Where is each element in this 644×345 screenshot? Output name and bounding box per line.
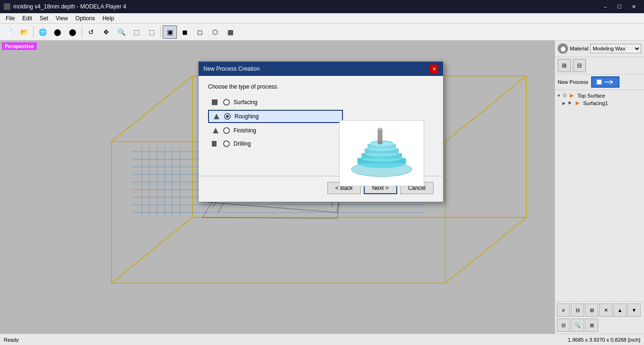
- roughing-icon-svg: [213, 113, 220, 120]
- svg-marker-31: [214, 114, 219, 119]
- toolbar-sel1[interactable]: ⬚: [129, 25, 143, 39]
- dialog-title: New Process Creation: [203, 66, 259, 72]
- panel-icon-row: ⊞ ⊟: [555, 57, 644, 74]
- svg-marker-0: [111, 217, 526, 283]
- titlebar-controls[interactable]: – ☐ ✕: [599, 0, 640, 13]
- drilling-option[interactable]: Drilling: [208, 138, 343, 149]
- maximize-button[interactable]: ☐: [613, 0, 626, 13]
- dimensions-text: 1.9685 x 3.9370 x 0.8268 [inch]: [568, 337, 640, 343]
- tree-child[interactable]: ▶ ■ ▶ Surfacing1: [557, 99, 642, 107]
- menu-file[interactable]: File: [2, 13, 18, 24]
- toolbar: 📄 📂 🌐 ⬤ ⬤ ↺ ✥ 🔍 ⬚ ⬚ ▣ ◼ ◻ ⬡ ▦: [0, 24, 644, 41]
- surfacing-label: Surfacing: [234, 99, 258, 106]
- status-text: Ready: [4, 337, 19, 343]
- bottom-btn-2[interactable]: ⊟: [571, 304, 584, 317]
- bottom-btn-3[interactable]: ⊞: [585, 304, 598, 317]
- app-icon: [4, 3, 10, 10]
- material-select[interactable]: Modeling Wax Foam Wood: [590, 44, 641, 53]
- process-preview: [339, 120, 424, 186]
- titlebar: molding v4_18mm depth - MODELA Player 4 …: [0, 0, 644, 13]
- roughing-option[interactable]: Roughing: [208, 110, 343, 123]
- toolbar-sphere2[interactable]: ⬤: [66, 25, 80, 39]
- right-panel: ⬤ Material Modeling Wax Foam Wood ⊞ ⊟ Ne…: [554, 41, 644, 334]
- tree-area: ▼ ⚙ ▶ Top Surface ▶ ■ ▶ Surfacing1: [555, 90, 644, 301]
- tree-child-icon1: ■: [568, 100, 575, 107]
- tree-icon-orange: ▶: [570, 92, 577, 99]
- menu-help[interactable]: Help: [99, 13, 118, 24]
- tree-icon-gear: ⚙: [562, 92, 569, 99]
- toolbar-view-front[interactable]: ◼: [178, 25, 192, 39]
- toolbar-rotate[interactable]: ↺: [84, 25, 98, 39]
- roughing-radio[interactable]: [224, 113, 231, 120]
- tree-expand-child[interactable]: ▶: [562, 101, 567, 106]
- toolbar-sep2: [82, 26, 82, 38]
- toolbar-view-top[interactable]: ⬡: [208, 25, 222, 39]
- titlebar-left: molding v4_18mm depth - MODELA Player 4: [4, 3, 126, 10]
- finishing-icon: [212, 127, 219, 134]
- dialog-body: Choose the type of process. Surfacing: [199, 76, 443, 170]
- material-selector-row: ⬤ Material Modeling Wax Foam Wood: [555, 41, 644, 57]
- toolbar-globe[interactable]: 🌐: [35, 25, 50, 39]
- menubar: File Edit Set View Options Help: [0, 13, 644, 24]
- tree-child-label: Surfacing1: [583, 100, 608, 106]
- svg-rect-27: [597, 80, 602, 84]
- bottom-btn-1[interactable]: ≡: [557, 304, 570, 317]
- toolbar-grid[interactable]: ▦: [223, 25, 237, 39]
- toolbar-pan[interactable]: ✥: [99, 25, 113, 39]
- new-process-icon: [596, 78, 615, 86]
- drilling-radio[interactable]: [223, 140, 230, 147]
- surfacing-option[interactable]: Surfacing: [208, 97, 343, 108]
- menu-edit[interactable]: Edit: [18, 13, 36, 24]
- bottom-btn-9[interactable]: ⊞: [585, 319, 598, 332]
- material-icon: ⬤: [558, 43, 568, 54]
- bottom-btn-6[interactable]: ▼: [627, 304, 641, 317]
- menu-options[interactable]: Options: [72, 13, 99, 24]
- toolbar-view-side[interactable]: ◻: [193, 25, 207, 39]
- new-process-button[interactable]: [591, 76, 619, 88]
- toolbar-sep3: [160, 26, 161, 38]
- svg-marker-32: [213, 128, 218, 133]
- dialog-instruction: Choose the type of process.: [208, 83, 434, 90]
- dialog-titlebar: New Process Creation ✕: [199, 62, 443, 76]
- bottom-btn-7[interactable]: ⊟: [557, 319, 570, 332]
- minimize-button[interactable]: –: [599, 0, 612, 13]
- svg-rect-44: [377, 129, 382, 143]
- dialog[interactable]: New Process Creation ✕ Choose the type o…: [198, 61, 443, 202]
- menu-set[interactable]: Set: [36, 13, 52, 24]
- finishing-option[interactable]: Finishing: [208, 125, 343, 136]
- surfacing-radio[interactable]: [223, 99, 230, 106]
- tree-root[interactable]: ▼ ⚙ ▶ Top Surface: [557, 92, 642, 99]
- toolbar-sphere[interactable]: ⬤: [50, 25, 65, 39]
- finishing-icon-svg: [212, 127, 219, 134]
- bottom-toolbar-2: ⊟ 🔍 ⊞: [557, 319, 642, 332]
- panel-icon-2[interactable]: ⊟: [573, 59, 586, 72]
- tree-expand-root[interactable]: ▼: [557, 93, 561, 98]
- finishing-label: Finishing: [234, 127, 256, 134]
- toolbar-open[interactable]: 📂: [17, 25, 31, 39]
- new-process-label: New Process: [558, 79, 588, 85]
- surfacing-icon: [212, 99, 219, 106]
- new-process-bar: New Process: [555, 74, 644, 90]
- tree-child-icon2: ▶: [576, 100, 582, 107]
- drilling-label: Drilling: [234, 140, 251, 147]
- bottom-btn-8[interactable]: 🔍: [571, 319, 584, 332]
- tree-root-label: Top Surface: [577, 93, 605, 99]
- menu-view[interactable]: View: [52, 13, 72, 24]
- toolbar-zoom[interactable]: 🔍: [114, 25, 128, 39]
- toolbar-new[interactable]: 📄: [2, 25, 16, 39]
- close-button[interactable]: ✕: [627, 0, 640, 13]
- statusbar: Ready 1.9685 x 3.9370 x 0.8268 [inch]: [0, 334, 644, 345]
- toolbar-sel2[interactable]: ⬚: [144, 25, 159, 39]
- toolbar-sep1: [33, 26, 33, 38]
- material-label: Material: [570, 46, 588, 51]
- drilling-icon: [212, 140, 219, 148]
- bottom-btn-4[interactable]: ✕: [599, 304, 612, 317]
- bottom-toolbar-1: ≡ ⊟ ⊞ ✕ ▲ ▼: [557, 304, 642, 317]
- bottom-btn-5[interactable]: ▲: [613, 304, 627, 317]
- toolbar-view-persp[interactable]: ▣: [163, 25, 177, 39]
- finishing-radio[interactable]: [223, 127, 230, 134]
- process-options: Surfacing Roughing: [208, 97, 343, 163]
- panel-icon-1[interactable]: ⊞: [558, 59, 571, 72]
- dialog-close-button[interactable]: ✕: [430, 65, 438, 73]
- preview-svg: [344, 125, 419, 181]
